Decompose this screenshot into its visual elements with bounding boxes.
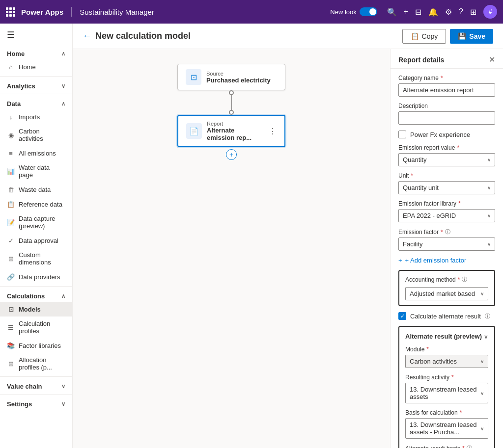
dimensions-label: Custom dimensions	[19, 251, 65, 266]
sidebar-hamburger[interactable]: ☰	[0, 24, 72, 46]
emission-library-select[interactable]: EPA 2022 - eGRID ∨	[398, 209, 495, 222]
field-category-name: Category name *	[398, 75, 495, 97]
report-node[interactable]: 📄 Report Alternate emission rep... ⋮	[177, 115, 285, 147]
bell-icon[interactable]: 🔔	[428, 7, 438, 17]
new-look-toggle[interactable]: New look	[330, 7, 377, 16]
sidebar-item-data-approval[interactable]: ✓ Data approval	[0, 233, 72, 248]
sidebar-section-value-chain: Value chain ∨	[0, 379, 72, 392]
report-node-name: Alternate emission rep...	[207, 127, 264, 141]
required-marker-3: *	[411, 172, 413, 179]
carbon-label: Carbon activities	[19, 128, 65, 142]
emission-library-label: Emission factor library *	[398, 200, 495, 207]
add-node-button[interactable]: +	[226, 149, 237, 160]
help-icon[interactable]: ?	[459, 7, 463, 16]
filter-icon[interactable]: ⊟	[415, 7, 421, 17]
field-module: Module * Carbon activities ∨	[405, 346, 488, 368]
report-node-type: Report	[207, 121, 264, 127]
sidebar-item-water-data[interactable]: 📊 Water data page	[0, 160, 72, 182]
module-select[interactable]: Carbon activities ∨	[405, 355, 488, 368]
source-node[interactable]: ⊡ Source Purchased electricity	[177, 64, 285, 90]
emission-report-select[interactable]: Quantity ∨	[398, 153, 495, 166]
settings-icon[interactable]: ⚙	[445, 7, 452, 17]
sidebar-item-custom-dimensions[interactable]: ⊞ Custom dimensions	[0, 248, 72, 269]
sidebar-item-home[interactable]: ⌂ Home	[0, 59, 72, 74]
node-menu-icon[interactable]: ⋮	[269, 127, 277, 136]
grid-icon[interactable]	[6, 7, 15, 17]
imports-icon: ↓	[7, 113, 15, 121]
sidebar-header-analytics[interactable]: Analytics ∨	[0, 79, 72, 92]
save-icon: 💾	[458, 32, 466, 40]
sidebar-item-waste-data[interactable]: 🗑 Waste data	[0, 182, 72, 197]
allocation-label: Allocation profiles (p...	[19, 356, 65, 371]
sidebar-item-reference-data[interactable]: 📋 Reference data	[0, 197, 72, 211]
topbar-divider	[71, 7, 72, 17]
sidebar-item-all-emissions[interactable]: ≡ All emissions	[0, 146, 72, 160]
power-fx-checkbox[interactable]	[398, 131, 406, 138]
search-icon[interactable]: 🔍	[387, 7, 397, 17]
waste-icon: 🗑	[7, 185, 15, 193]
add-emission-factor-button[interactable]: + + Add emission factor	[398, 257, 495, 264]
calc-alternate-checkbox[interactable]: ✓	[398, 312, 406, 320]
sidebar-header-calculations[interactable]: Calculations ∧	[0, 289, 72, 302]
emission-factor-info-icon[interactable]: ⓘ	[445, 228, 450, 236]
unit-select[interactable]: Quantity unit ∨	[398, 181, 495, 194]
field-description: Description	[398, 103, 495, 125]
emissions-icon: ≡	[7, 149, 15, 157]
alternate-result-chevron-icon[interactable]: ∨	[484, 333, 488, 340]
settings-label: Settings	[7, 400, 32, 408]
calc-alternate-row: ✓ Calculate alternate result ⓘ	[398, 312, 495, 320]
sidebar-section-data: Data ∧ ↓ Imports ◉ Carbon activities ≡ A…	[0, 96, 72, 284]
panel-header: Report details ✕	[391, 49, 503, 69]
sidebar-item-models[interactable]: ⊡ Models	[0, 302, 72, 316]
carbon-icon: ◉	[7, 131, 15, 139]
emission-report-chevron-icon: ∨	[487, 157, 491, 162]
save-button[interactable]: 💾 Save	[450, 29, 493, 44]
field-emission-factor: Emission factor * ⓘ Facility ∨	[398, 228, 495, 251]
avatar[interactable]: #	[483, 5, 497, 19]
sidebar-item-allocation-profiles[interactable]: ⊞ Allocation profiles (p...	[0, 353, 72, 374]
copy-icon: 📋	[411, 32, 419, 40]
libraries-label: Factor libraries	[19, 342, 61, 349]
sidebar-header-value-chain[interactable]: Value chain ∨	[0, 379, 72, 392]
capture-label: Data capture (preview)	[19, 215, 65, 230]
calc-alternate-info-icon[interactable]: ⓘ	[485, 313, 490, 320]
sidebar-header-data[interactable]: Data ∧	[0, 96, 72, 109]
sidebar-item-data-capture[interactable]: 📝 Data capture (preview)	[0, 211, 72, 233]
add-factor-label: + Add emission factor	[405, 257, 467, 264]
accounting-info-icon[interactable]: ⓘ	[462, 276, 467, 283]
sidebar-header-settings[interactable]: Settings ∨	[0, 396, 72, 410]
settings-chevron-icon: ∨	[61, 401, 65, 407]
required-marker-4: *	[458, 200, 461, 207]
add-icon[interactable]: +	[404, 7, 408, 16]
field-basis-calculation: Basis for calculation * 13. Downstream l…	[405, 409, 488, 439]
data-section-label: Data	[7, 100, 21, 107]
emission-factor-select[interactable]: Facility ∨	[398, 237, 495, 251]
accounting-method-value: Adjusted market based	[410, 290, 475, 297]
description-input[interactable]	[398, 111, 495, 125]
category-name-input[interactable]	[398, 83, 495, 97]
sidebar-item-calc-profiles[interactable]: ☰ Calculation profiles	[0, 316, 72, 338]
alternate-basis-info-icon[interactable]: ⓘ	[467, 445, 472, 448]
approval-icon: ✓	[7, 237, 15, 244]
sidebar-item-factor-libraries[interactable]: 📚 Factor libraries	[0, 338, 72, 353]
sidebar-item-data-providers[interactable]: 🔗 Data providers	[0, 269, 72, 284]
grid-apps-icon[interactable]: ⊞	[470, 7, 476, 17]
back-button[interactable]: ←	[83, 31, 91, 41]
panel-close-button[interactable]: ✕	[489, 55, 495, 64]
models-icon: ⊡	[7, 305, 15, 313]
report-node-icon: 📄	[186, 123, 202, 139]
page-title: New calculation model	[95, 31, 191, 41]
home-section-label: Home	[7, 50, 25, 57]
sidebar-header-home[interactable]: Home ∧	[0, 46, 72, 59]
new-look-switch[interactable]	[360, 7, 377, 16]
basis-calculation-select[interactable]: 13. Downstream leased assets - Purcha...…	[405, 418, 488, 439]
sidebar-item-imports[interactable]: ↓ Imports	[0, 109, 72, 124]
accounting-method-select[interactable]: Adjusted market based ∨	[405, 287, 488, 300]
required-marker-6: *	[458, 276, 460, 283]
flow-line-1	[231, 95, 232, 110]
copy-button[interactable]: 📋 Copy	[402, 29, 447, 44]
canvas-area: ⊡ Source Purchased electricity	[73, 49, 390, 448]
resulting-activity-select[interactable]: 13. Downstream leased assets ∨	[405, 383, 488, 403]
sidebar-item-carbon-activities[interactable]: ◉ Carbon activities	[0, 124, 72, 146]
power-fx-row: Power Fx experience	[398, 131, 495, 138]
